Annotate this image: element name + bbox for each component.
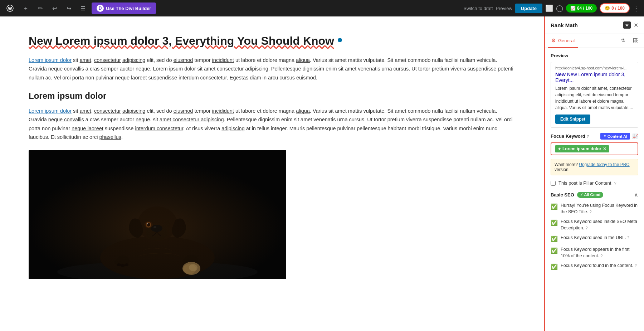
check-text-1: Hurray! You're using Focus Keyword in th…	[561, 203, 638, 215]
editor-paragraph-2: Lorem ipsum dolor sit amet, consectetur …	[29, 107, 515, 142]
filter-icon: ⚗	[621, 38, 625, 43]
keyword-remove-icon[interactable]: ✕	[603, 146, 606, 151]
editor-h2: Lorem ipsum dolor	[29, 91, 515, 101]
post-image	[29, 150, 286, 279]
check-icon-4: ✅	[551, 247, 558, 255]
trend-button[interactable]: 📈	[632, 133, 638, 139]
divi-builder-button[interactable]: D Use The Divi Builder	[92, 3, 156, 14]
check-icon-1: ✅	[551, 203, 558, 211]
rm-star-icon: ★	[623, 21, 631, 29]
readability-score-badge[interactable]: 😊 0 / 100	[600, 3, 630, 13]
svg-rect-20	[29, 150, 286, 279]
focus-keyword-actions: ✦ Content AI 📈	[600, 133, 638, 140]
check-item-3: ✅ Focus Keyword used in the URL. ?	[551, 235, 638, 243]
preview-title: New New Lorem ipsum dolor 3, Everyt...	[555, 72, 634, 83]
check-text-4: Focus Keyword appears in the first 10% o…	[561, 247, 638, 259]
add-block-button[interactable]: ＋	[20, 3, 31, 14]
divi-icon: D	[97, 5, 104, 12]
preview-url: http://donjetv4.sg-host.com/new-lorem-i.…	[555, 66, 634, 70]
check-item-4: ✅ Focus Keyword appears in the first 10%…	[551, 247, 638, 259]
list-view-button[interactable]: ☰	[77, 3, 89, 14]
rm-header-icons: ★ ✕	[623, 21, 638, 29]
editor-paragraph-1: Lorem ipsum dolor sit amet, consectetur …	[29, 56, 515, 82]
check-text-5: Focus Keyword found in the content. ?	[561, 263, 637, 269]
preview-section-title: Preview	[551, 53, 638, 58]
pillar-content-row: This post is Pillar Content ?	[551, 180, 638, 186]
basic-seo-title: Basic SEO ✓ All Good	[551, 192, 603, 198]
more-options-button[interactable]: ⋮	[633, 4, 640, 13]
pillar-help-icon: ?	[614, 181, 616, 185]
readability-icon: 😊	[605, 6, 610, 11]
check-text-2: Focus Keyword used inside SEO Meta Descr…	[561, 219, 638, 231]
content-ai-icon: ✦	[603, 134, 606, 138]
edit-snippet-button[interactable]: Edit Snippet	[555, 115, 590, 124]
tools-button[interactable]: ✏	[34, 3, 46, 14]
check-help-5: ?	[634, 263, 636, 268]
seo-score-icon: 📈	[570, 6, 576, 11]
check-help-3: ?	[627, 235, 629, 240]
wp-logo: W	[4, 3, 16, 14]
focus-keyword-label: Focus Keyword ?	[551, 133, 589, 139]
link-lorem-2[interactable]: Lorem ipsum dolor	[29, 108, 72, 114]
check-help-4: ?	[600, 254, 602, 258]
undo-button[interactable]: ↩	[49, 3, 60, 14]
rm-panel-title: Rank Math	[551, 22, 578, 28]
gear-icon: ⚙	[551, 38, 556, 43]
keyword-tag: ★ Lorem ipsum dolor ✕	[555, 145, 609, 152]
check-item-1: ✅ Hurray! You're using Focus Keyword in …	[551, 203, 638, 215]
all-good-badge: ✓ All Good	[577, 192, 603, 198]
focus-keyword-help-icon: ?	[587, 134, 589, 138]
tab-schema[interactable]: 🖼	[629, 34, 641, 48]
preview-button[interactable]: Preview	[496, 6, 512, 11]
pillar-checkbox[interactable]	[551, 181, 556, 186]
keyword-star-icon: ★	[558, 147, 561, 151]
redo-button[interactable]: ↪	[63, 3, 74, 14]
rm-panel-body: Preview http://donjetv4.sg-host.com/new-…	[545, 48, 644, 331]
check-help-2: ?	[585, 226, 587, 230]
layout-icon[interactable]: ⬜	[545, 4, 553, 12]
post-title: New Lorem ipsum dolor 3, Everything You …	[29, 34, 515, 49]
toolbar-right: Switch to draft Preview Update ⬜ ◯ 📈 84 …	[463, 3, 640, 13]
schema-icon: 🖼	[633, 38, 638, 43]
preview-box: http://donjetv4.sg-host.com/new-lorem-i.…	[551, 62, 638, 128]
basic-seo-collapse-button[interactable]: ∧	[634, 191, 638, 198]
content-ai-button[interactable]: ✦ Content AI	[600, 133, 630, 140]
rm-close-button[interactable]: ✕	[634, 22, 638, 29]
preview-description: Lorem ipsum dolor sit amet, consectetur …	[555, 85, 634, 111]
basic-seo-header: Basic SEO ✓ All Good ∧	[551, 191, 638, 198]
check-item-5: ✅ Focus Keyword found in the content. ?	[551, 263, 638, 271]
rm-panel-header: Rank Math ★ ✕	[545, 16, 644, 34]
tab-advanced[interactable]: ⚗	[617, 34, 629, 48]
editor-area[interactable]: New Lorem ipsum dolor 3, Everything You …	[0, 16, 544, 331]
focus-keyword-row: Focus Keyword ? ✦ Content AI 📈	[551, 133, 638, 140]
check-icon-2: ✅	[551, 219, 558, 227]
check-icon-5: ✅	[551, 263, 558, 271]
check-text-3: Focus Keyword used in the URL. ?	[561, 235, 629, 241]
check-help-1: ?	[590, 210, 592, 214]
main-area: New Lorem ipsum dolor 3, Everything You …	[0, 16, 644, 331]
upgrade-box: Want more? Upgrade today to the PRO vers…	[551, 159, 638, 175]
preview-title-bold: New	[555, 72, 567, 77]
rankmath-sidebar: Rank Math ★ ✕ ⚙ General ⚗ 🖼 Preview	[544, 16, 644, 331]
upgrade-link[interactable]: Upgrade today to the PRO	[579, 162, 629, 167]
keyword-input-area[interactable]: ★ Lorem ipsum dolor ✕	[551, 142, 638, 155]
tab-general[interactable]: ⚙ General	[548, 34, 578, 48]
update-button[interactable]: Update	[515, 4, 542, 13]
seo-score-badge[interactable]: 📈 84 / 100	[566, 4, 597, 13]
settings-icon[interactable]: ◯	[556, 4, 563, 12]
svg-text:W: W	[8, 6, 12, 11]
check-item-2: ✅ Focus Keyword used inside SEO Meta Des…	[551, 219, 638, 231]
link-lorem-1[interactable]: Lorem ipsum dolor	[29, 57, 72, 63]
rm-tabs: ⚙ General ⚗ 🖼	[545, 34, 644, 48]
check-icon-3: ✅	[551, 235, 558, 243]
toolbar: W ＋ ✏ ↩ ↪ ☰ D Use The Divi Builder Switc…	[0, 0, 644, 16]
title-dot	[338, 38, 342, 42]
switch-to-draft-button[interactable]: Switch to draft	[463, 6, 493, 11]
